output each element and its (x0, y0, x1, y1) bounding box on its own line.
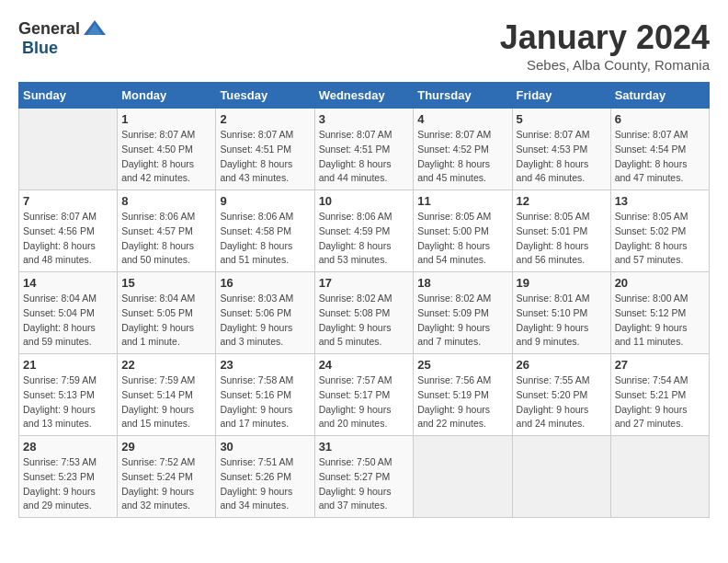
day-number: 5 (517, 112, 607, 126)
table-row: 8Sunrise: 8:06 AMSunset: 4:57 PMDaylight… (118, 190, 216, 272)
day-number: 16 (220, 276, 310, 290)
table-row: 6Sunrise: 8:07 AMSunset: 4:54 PMDaylight… (610, 109, 709, 190)
table-row: 15Sunrise: 8:04 AMSunset: 5:05 PMDayligh… (118, 272, 216, 354)
table-row (19, 109, 118, 190)
table-row: 10Sunrise: 8:06 AMSunset: 4:59 PMDayligh… (314, 190, 414, 272)
header-saturday: Saturday (610, 83, 709, 109)
table-row: 1Sunrise: 8:07 AMSunset: 4:50 PMDaylight… (118, 109, 216, 190)
day-info: Sunrise: 7:54 AMSunset: 5:21 PMDaylight:… (615, 373, 705, 431)
table-row: 17Sunrise: 8:02 AMSunset: 5:08 PMDayligh… (314, 272, 414, 354)
table-row: 18Sunrise: 8:02 AMSunset: 5:09 PMDayligh… (414, 272, 512, 354)
day-number: 26 (517, 358, 607, 372)
logo-icon (82, 18, 108, 39)
table-row: 20Sunrise: 8:00 AMSunset: 5:12 PMDayligh… (610, 272, 709, 354)
logo-blue: Blue (22, 39, 58, 57)
day-number: 13 (615, 194, 705, 208)
day-number: 18 (417, 276, 507, 290)
logo: General Blue (18, 18, 108, 58)
header-wednesday: Wednesday (314, 83, 414, 109)
day-info: Sunrise: 8:04 AMSunset: 5:05 PMDaylight:… (121, 292, 211, 350)
day-info: Sunrise: 8:07 AMSunset: 4:54 PMDaylight:… (615, 128, 705, 186)
table-row: 25Sunrise: 7:56 AMSunset: 5:19 PMDayligh… (414, 354, 512, 436)
day-info: Sunrise: 7:51 AMSunset: 5:26 PMDaylight:… (220, 455, 310, 513)
table-row: 27Sunrise: 7:54 AMSunset: 5:21 PMDayligh… (610, 354, 709, 436)
calendar: Sunday Monday Tuesday Wednesday Thursday… (18, 82, 710, 518)
day-info: Sunrise: 8:02 AMSunset: 5:08 PMDaylight:… (319, 292, 410, 350)
weekday-header-row: Sunday Monday Tuesday Wednesday Thursday… (19, 83, 710, 109)
table-row: 23Sunrise: 7:58 AMSunset: 5:16 PMDayligh… (216, 354, 314, 436)
day-number: 23 (220, 358, 310, 372)
day-info: Sunrise: 8:02 AMSunset: 5:09 PMDaylight:… (417, 292, 507, 350)
table-row (512, 436, 610, 518)
day-info: Sunrise: 7:58 AMSunset: 5:16 PMDaylight:… (220, 373, 310, 431)
day-number: 4 (417, 112, 507, 126)
table-row: 19Sunrise: 8:01 AMSunset: 5:10 PMDayligh… (512, 272, 610, 354)
table-row: 21Sunrise: 7:59 AMSunset: 5:13 PMDayligh… (19, 354, 118, 436)
day-info: Sunrise: 7:59 AMSunset: 5:14 PMDaylight:… (121, 373, 211, 431)
day-number: 6 (615, 112, 705, 126)
table-row: 7Sunrise: 8:07 AMSunset: 4:56 PMDaylight… (19, 190, 118, 272)
day-number: 31 (319, 440, 410, 454)
day-info: Sunrise: 8:07 AMSunset: 4:53 PMDaylight:… (517, 128, 607, 186)
table-row: 5Sunrise: 8:07 AMSunset: 4:53 PMDaylight… (512, 109, 610, 190)
day-number: 30 (220, 440, 310, 454)
header: General Blue January 2024 Sebes, Alba Co… (18, 18, 710, 73)
day-number: 17 (319, 276, 410, 290)
day-number: 29 (121, 440, 211, 454)
day-number: 25 (417, 358, 507, 372)
table-row: 9Sunrise: 8:06 AMSunset: 4:58 PMDaylight… (216, 190, 314, 272)
day-number: 12 (517, 194, 607, 208)
subtitle: Sebes, Alba County, Romania (500, 57, 710, 73)
day-info: Sunrise: 8:07 AMSunset: 4:52 PMDaylight:… (417, 128, 507, 186)
day-info: Sunrise: 8:05 AMSunset: 5:01 PMDaylight:… (517, 210, 607, 268)
table-row: 28Sunrise: 7:53 AMSunset: 5:23 PMDayligh… (19, 436, 118, 518)
day-info: Sunrise: 7:52 AMSunset: 5:24 PMDaylight:… (121, 455, 211, 513)
calendar-week-row: 1Sunrise: 8:07 AMSunset: 4:50 PMDaylight… (19, 109, 710, 190)
table-row: 30Sunrise: 7:51 AMSunset: 5:26 PMDayligh… (216, 436, 314, 518)
table-row: 22Sunrise: 7:59 AMSunset: 5:14 PMDayligh… (118, 354, 216, 436)
day-number: 8 (121, 194, 211, 208)
day-number: 9 (220, 194, 310, 208)
calendar-week-row: 21Sunrise: 7:59 AMSunset: 5:13 PMDayligh… (19, 354, 710, 436)
table-row: 14Sunrise: 8:04 AMSunset: 5:04 PMDayligh… (19, 272, 118, 354)
header-tuesday: Tuesday (216, 83, 314, 109)
day-info: Sunrise: 8:06 AMSunset: 4:59 PMDaylight:… (319, 210, 410, 268)
table-row: 4Sunrise: 8:07 AMSunset: 4:52 PMDaylight… (414, 109, 512, 190)
table-row: 16Sunrise: 8:03 AMSunset: 5:06 PMDayligh… (216, 272, 314, 354)
day-number: 15 (121, 276, 211, 290)
table-row: 2Sunrise: 8:07 AMSunset: 4:51 PMDaylight… (216, 109, 314, 190)
header-friday: Friday (512, 83, 610, 109)
day-info: Sunrise: 7:59 AMSunset: 5:13 PMDaylight:… (23, 373, 113, 431)
day-info: Sunrise: 8:06 AMSunset: 4:57 PMDaylight:… (121, 210, 211, 268)
day-info: Sunrise: 8:05 AMSunset: 5:02 PMDaylight:… (615, 210, 705, 268)
table-row (414, 436, 512, 518)
calendar-week-row: 14Sunrise: 8:04 AMSunset: 5:04 PMDayligh… (19, 272, 710, 354)
table-row: 31Sunrise: 7:50 AMSunset: 5:27 PMDayligh… (314, 436, 414, 518)
day-number: 1 (121, 112, 211, 126)
table-row: 24Sunrise: 7:57 AMSunset: 5:17 PMDayligh… (314, 354, 414, 436)
day-info: Sunrise: 7:56 AMSunset: 5:19 PMDaylight:… (417, 373, 507, 431)
day-info: Sunrise: 8:00 AMSunset: 5:12 PMDaylight:… (615, 292, 705, 350)
day-info: Sunrise: 7:55 AMSunset: 5:20 PMDaylight:… (517, 373, 607, 431)
day-number: 3 (319, 112, 410, 126)
title-area: January 2024 Sebes, Alba County, Romania (500, 18, 710, 73)
header-thursday: Thursday (414, 83, 512, 109)
day-number: 27 (615, 358, 705, 372)
day-info: Sunrise: 8:06 AMSunset: 4:58 PMDaylight:… (220, 210, 310, 268)
day-number: 24 (319, 358, 410, 372)
table-row: 3Sunrise: 8:07 AMSunset: 4:51 PMDaylight… (314, 109, 414, 190)
table-row: 11Sunrise: 8:05 AMSunset: 5:00 PMDayligh… (414, 190, 512, 272)
logo-general: General (18, 19, 80, 39)
day-info: Sunrise: 7:50 AMSunset: 5:27 PMDaylight:… (319, 455, 410, 513)
table-row: 26Sunrise: 7:55 AMSunset: 5:20 PMDayligh… (512, 354, 610, 436)
table-row: 29Sunrise: 7:52 AMSunset: 5:24 PMDayligh… (118, 436, 216, 518)
header-monday: Monday (118, 83, 216, 109)
day-info: Sunrise: 8:01 AMSunset: 5:10 PMDaylight:… (517, 292, 607, 350)
day-number: 21 (23, 358, 113, 372)
day-info: Sunrise: 7:57 AMSunset: 5:17 PMDaylight:… (319, 373, 410, 431)
day-number: 11 (417, 194, 507, 208)
calendar-week-row: 28Sunrise: 7:53 AMSunset: 5:23 PMDayligh… (19, 436, 710, 518)
calendar-week-row: 7Sunrise: 8:07 AMSunset: 4:56 PMDaylight… (19, 190, 710, 272)
day-info: Sunrise: 8:07 AMSunset: 4:51 PMDaylight:… (220, 128, 310, 186)
day-info: Sunrise: 7:53 AMSunset: 5:23 PMDaylight:… (23, 455, 113, 513)
